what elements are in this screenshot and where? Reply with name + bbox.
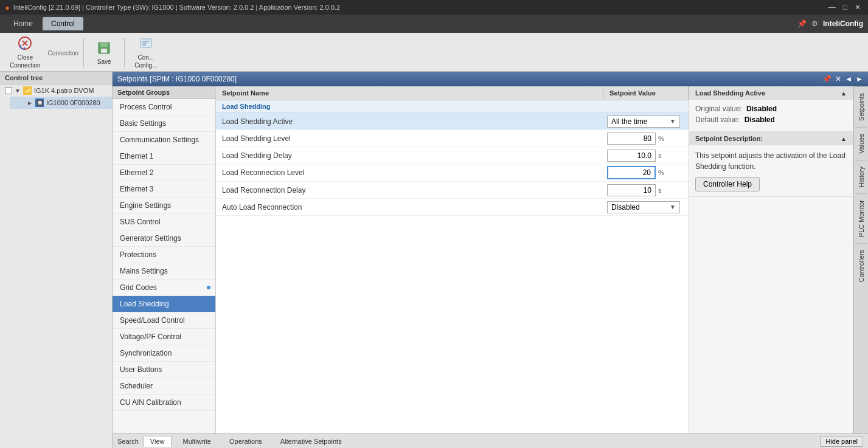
maximize-button[interactable]: □ (841, 3, 850, 12)
left-nav-panel: Control tree ▼ 📁 IG1K 4.patro DVOM ► 🔲 I… (0, 72, 113, 448)
nav-bar: Home Control 📌 ⚙ InteliConfig (0, 15, 868, 33)
setpoints-table-header: Setpoint Name Setpoint Value (216, 86, 689, 100)
tree-expand-ig1000[interactable]: ► (27, 100, 33, 106)
group-item-sus-control[interactable]: SUS Control (113, 214, 215, 230)
sp-dropdown-arrow-load-shedding-active: ▼ (670, 118, 676, 125)
sp-name-col-header: Setpoint Name (216, 86, 603, 100)
bottom-tab-view[interactable]: View (144, 436, 172, 447)
tree-expand-ig1k[interactable]: ▼ (15, 88, 21, 94)
sp-row-load-reconnection-delay[interactable]: Load Reconnection Delay s (216, 182, 689, 199)
info-collapse-icon[interactable]: ▲ (841, 90, 847, 97)
group-item-user-buttons[interactable]: User Buttons (113, 362, 215, 378)
toolbar: CloseConnection Connection Save (0, 33, 868, 72)
doc-nav-left-icon[interactable]: ◄ (845, 75, 852, 83)
sp-row-load-reconnection-level[interactable]: Load Reconnection Level % (216, 164, 689, 182)
group-item-process-control[interactable]: Process Control (113, 99, 215, 115)
doc-titlebar-controls: 📌 ✕ ◄ ► (822, 75, 863, 83)
sp-input-load-shedding-level[interactable] (607, 133, 656, 145)
sp-input-load-reconnection-delay[interactable] (607, 184, 656, 196)
sp-name-load-reconnection-level: Load Reconnection Level (216, 165, 603, 180)
group-item-engine-settings[interactable]: Engine Settings (113, 198, 215, 214)
group-item-mains-settings[interactable]: Mains Settings (113, 263, 215, 280)
group-item-load-shedding[interactable]: Load Shedding (113, 296, 215, 312)
tree-label-ig1k: IG1K 4.patro DVOM (34, 87, 94, 94)
tree-item-ig1k[interactable]: ▼ 📁 IG1K 4.patro DVOM (0, 84, 112, 97)
group-item-ethernet-1[interactable]: Ethernet 1 (113, 148, 215, 165)
close-connection-label: CloseConnection (10, 53, 41, 69)
group-item-ethernet-2[interactable]: Ethernet 2 (113, 165, 215, 181)
right-tab-controllers[interactable]: Controllers (855, 243, 867, 288)
group-item-generator-settings[interactable]: Generator Settings (113, 230, 215, 247)
bottom-tab-operations[interactable]: Operations (223, 436, 269, 447)
sp-row-load-shedding-level[interactable]: Load Shedding Level % (216, 130, 689, 147)
sp-value-load-reconnection-level: % (603, 164, 689, 181)
right-tab-values[interactable]: Values (855, 127, 867, 160)
sp-dropdown-auto-load-reconnection[interactable]: Disabled ▼ (607, 201, 680, 213)
main-document: Setpoints [SPtM : IG1000 0F000280] 📌 ✕ ◄… (113, 72, 868, 448)
info-section-main: Load Shedding Active ▲ Original value: D… (689, 86, 853, 132)
right-tab-setpoints[interactable]: Setpoints (855, 86, 867, 127)
config-label: Con...Config... (134, 53, 157, 69)
nav-right-area: 📌 ⚙ InteliConfig (797, 19, 863, 28)
info-original-value: Disabled (746, 105, 777, 113)
group-item-synchronization[interactable]: Synchronization (113, 345, 215, 362)
sp-dropdown-load-shedding-active[interactable]: All the time ▼ (607, 115, 680, 128)
title-bar-left: ● InteliConfig [2.21.0.69] | Controller … (5, 3, 340, 12)
title-bar: ● InteliConfig [2.21.0.69] | Controller … (0, 0, 868, 15)
group-item-ethernet-3[interactable]: Ethernet 3 (113, 181, 215, 198)
doc-nav-right-icon[interactable]: ► (856, 75, 863, 83)
connection-group-label: Connection (48, 47, 79, 57)
close-connection-icon (16, 35, 33, 52)
bottom-tab-alternative-setpoints[interactable]: Alternative Setpoints (274, 436, 349, 447)
controller-help-button[interactable]: Controller Help (695, 177, 760, 191)
group-item-grid-codes[interactable]: Grid Codes (113, 280, 215, 296)
sp-input-load-shedding-delay[interactable] (607, 150, 656, 162)
close-connection-button[interactable]: CloseConnection (5, 32, 46, 72)
save-button[interactable]: Save (89, 37, 119, 67)
title-close-button[interactable]: ✕ (852, 3, 863, 12)
sp-row-load-shedding-delay[interactable]: Load Shedding Delay s (216, 147, 689, 164)
right-tab-history[interactable]: History (855, 160, 867, 193)
group-item-communication-settings[interactable]: Communication Settings (113, 132, 215, 148)
control-tree-header: Control tree (0, 72, 112, 84)
info-description-collapse-icon[interactable]: ▲ (841, 136, 847, 142)
svg-rect-4 (100, 43, 108, 47)
svg-rect-5 (101, 49, 107, 53)
toolbar-divider-2 (124, 38, 125, 67)
config-icon (137, 35, 155, 52)
group-item-basic-settings[interactable]: Basic Settings (113, 115, 215, 132)
search-label: Search (117, 438, 139, 445)
minimize-button[interactable]: — (826, 3, 838, 12)
setpoints-panel: Setpoint Name Setpoint Value Load Sheddi… (216, 86, 689, 433)
sp-input-load-reconnection-level[interactable] (607, 166, 656, 179)
info-description-content: This setpoint adjusts the activation of … (689, 145, 853, 196)
sp-name-load-shedding-level: Load Shedding Level (216, 131, 603, 146)
tree-item-ig1000[interactable]: ► 🔲 IG1000 0F000280 (10, 97, 112, 109)
group-item-protections[interactable]: Protections (113, 247, 215, 263)
hide-panel-button[interactable]: Hide panel (820, 436, 863, 447)
config-button[interactable]: Con...Config... (130, 32, 162, 72)
sp-value-load-shedding-level: % (603, 131, 689, 146)
sp-row-load-shedding-active[interactable]: Load Shedding Active All the time ▼ (216, 113, 689, 130)
group-item-scheduler[interactable]: Scheduler (113, 378, 215, 395)
group-item-speed-load-control[interactable]: Speed/Load Control (113, 312, 215, 329)
app-container: ● InteliConfig [2.21.0.69] | Controller … (0, 0, 868, 448)
sp-row-auto-load-reconnection[interactable]: Auto Load Reconnection Disabled ▼ (216, 199, 689, 216)
nav-app-name: InteliConfig (823, 19, 863, 28)
info-description-header-label: Setpoint Description: (695, 135, 763, 142)
info-row-default: Default value: Disabled (695, 115, 847, 124)
doc-pin-icon[interactable]: 📌 (822, 75, 832, 83)
toolbar-divider-1 (83, 38, 84, 67)
doc-close-icon[interactable]: ✕ (835, 75, 841, 83)
info-section-description: Setpoint Description: ▲ This setpoint ad… (689, 132, 853, 197)
nav-pin-icon[interactable]: 📌 (797, 19, 807, 28)
right-tab-plc-monitor[interactable]: PLC Monitor (855, 193, 867, 243)
save-label: Save (97, 58, 111, 65)
tree-checkbox-ig1k[interactable] (5, 87, 12, 94)
group-item-voltage-pf-control[interactable]: Voltage/PF Control (113, 329, 215, 345)
nav-settings-icon[interactable]: ⚙ (811, 19, 818, 28)
tab-home[interactable]: Home (5, 17, 41, 30)
group-item-cu-ain-calibration[interactable]: CU AIN Calibration (113, 395, 215, 411)
bottom-tab-multiwrite[interactable]: Multiwrite (176, 436, 218, 447)
tab-control[interactable]: Control (43, 17, 83, 30)
